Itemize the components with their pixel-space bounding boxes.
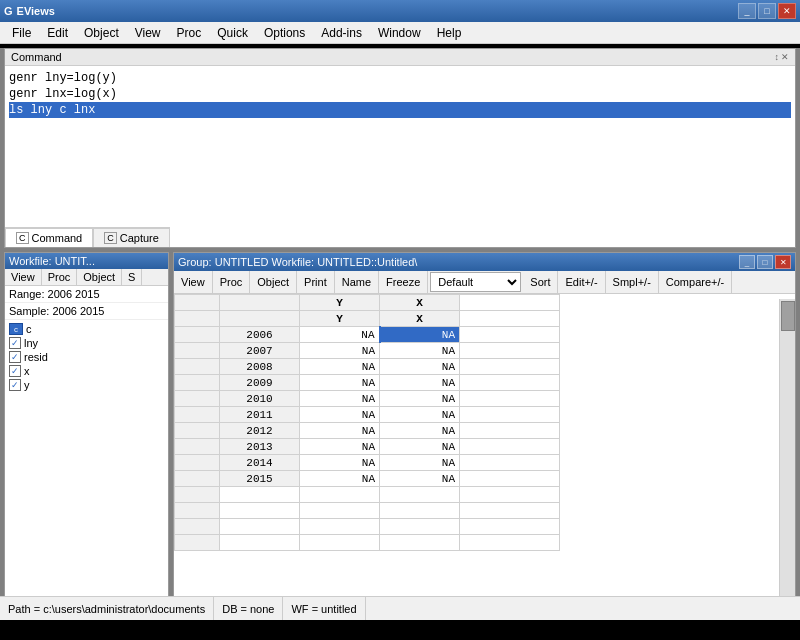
wf-object-btn[interactable]: Object xyxy=(77,269,122,285)
menu-window[interactable]: Window xyxy=(370,24,429,42)
row-x-value[interactable]: NA xyxy=(380,327,460,343)
workfile-range: Range: 2006 2015 xyxy=(5,286,168,303)
command-tab-label: Command xyxy=(32,232,83,244)
close-button[interactable]: ✕ xyxy=(778,3,796,19)
row-y-value[interactable]: NA xyxy=(300,359,380,375)
row-y-value[interactable]: NA xyxy=(300,375,380,391)
wf-item-y[interactable]: ✓ y xyxy=(7,378,166,392)
wf-item-c[interactable]: c c xyxy=(7,322,166,336)
table-row[interactable]: 2013NANA xyxy=(175,439,560,455)
row-x-value[interactable]: NA xyxy=(380,343,460,359)
group-sort-btn[interactable]: Sort xyxy=(523,271,558,293)
group-print-btn[interactable]: Print xyxy=(297,271,335,293)
row-y-value[interactable]: NA xyxy=(300,439,380,455)
group-maximize-btn[interactable]: □ xyxy=(757,255,773,269)
table-row[interactable]: 2008NANA xyxy=(175,359,560,375)
menu-quick[interactable]: Quick xyxy=(209,24,256,42)
row-y-value[interactable]: NA xyxy=(300,407,380,423)
col-header-empty-2 xyxy=(220,295,300,311)
maximize-button[interactable]: □ xyxy=(758,3,776,19)
empty-cell xyxy=(175,487,220,503)
row-y-value[interactable]: NA xyxy=(300,471,380,487)
group-title-bar: Group: UNTITLED Workfile: UNTITLED::Unti… xyxy=(174,253,795,271)
row-x-value[interactable]: NA xyxy=(380,375,460,391)
menu-object[interactable]: Object xyxy=(76,24,127,42)
row-x-value[interactable]: NA xyxy=(380,455,460,471)
group-compare-btn[interactable]: Compare+/- xyxy=(659,271,732,293)
row-year: 2008 xyxy=(220,359,300,375)
row-x-value[interactable]: NA xyxy=(380,439,460,455)
row-empty xyxy=(175,439,220,455)
menu-addins[interactable]: Add-ins xyxy=(313,24,370,42)
row-empty xyxy=(175,471,220,487)
title-bar-controls[interactable]: _ □ ✕ xyxy=(738,3,796,19)
row-year: 2009 xyxy=(220,375,300,391)
tab-capture[interactable]: C Capture xyxy=(93,228,170,247)
app-icon: G xyxy=(4,5,13,17)
table-row[interactable]: 2011NANA xyxy=(175,407,560,423)
scroll-thumb[interactable] xyxy=(781,301,795,331)
row-y-value[interactable]: NA xyxy=(300,423,380,439)
wf-item-resid[interactable]: ✓ resid xyxy=(7,350,166,364)
command-panel-title: Command ↕ ✕ xyxy=(5,49,795,66)
menu-options[interactable]: Options xyxy=(256,24,313,42)
panels-row: Workfile: UNTIT... View Proc Object S Ra… xyxy=(4,252,796,612)
group-proc-btn[interactable]: Proc xyxy=(213,271,251,293)
data-table-container[interactable]: Y X Y X 2006NANA2007NANA2008NANA2009 xyxy=(174,294,795,606)
wf-item-lny-label: lny xyxy=(24,337,38,349)
wf-view-btn[interactable]: View xyxy=(5,269,42,285)
group-smpl-btn[interactable]: Smpl+/- xyxy=(606,271,659,293)
wf-item-x[interactable]: ✓ x xyxy=(7,364,166,378)
command-tabs: C Command C Capture xyxy=(5,227,170,247)
row-x-value[interactable]: NA xyxy=(380,471,460,487)
command-pin-button[interactable]: ↕ xyxy=(775,52,780,62)
group-minimize-btn[interactable]: _ xyxy=(739,255,755,269)
workfile-panel: Workfile: UNTIT... View Proc Object S Ra… xyxy=(4,252,169,612)
workfile-sample: Sample: 2006 2015 xyxy=(5,303,168,320)
menu-file[interactable]: File xyxy=(4,24,39,42)
command-close-button[interactable]: ✕ xyxy=(781,52,789,62)
group-close-btn[interactable]: ✕ xyxy=(775,255,791,269)
menu-proc[interactable]: Proc xyxy=(169,24,210,42)
row-y-value[interactable]: NA xyxy=(300,391,380,407)
menu-view[interactable]: View xyxy=(127,24,169,42)
empty-cell xyxy=(175,519,220,535)
row-x-value[interactable]: NA xyxy=(380,359,460,375)
table-row[interactable]: 2007NANA xyxy=(175,343,560,359)
table-row[interactable]: 2006NANA xyxy=(175,327,560,343)
group-freeze-btn[interactable]: Freeze xyxy=(379,271,428,293)
menu-edit[interactable]: Edit xyxy=(39,24,76,42)
wf-proc-btn[interactable]: Proc xyxy=(42,269,78,285)
group-object-btn[interactable]: Object xyxy=(250,271,297,293)
row-empty xyxy=(175,407,220,423)
minimize-button[interactable]: _ xyxy=(738,3,756,19)
row-x-value[interactable]: NA xyxy=(380,407,460,423)
table-row[interactable]: 2010NANA xyxy=(175,391,560,407)
empty-row xyxy=(175,535,560,551)
row-y-value[interactable]: NA xyxy=(300,455,380,471)
group-style-dropdown[interactable]: Default Spreadsheet Graph xyxy=(430,272,521,292)
group-view-btn[interactable]: View xyxy=(174,271,213,293)
command-content[interactable]: genr lny=log(y) genr lnx=log(x) ls lny c… xyxy=(5,66,795,212)
row-y-value[interactable]: NA xyxy=(300,327,380,343)
row-x-value[interactable]: NA xyxy=(380,423,460,439)
row-year: 2013 xyxy=(220,439,300,455)
table-row[interactable]: 2015NANA xyxy=(175,471,560,487)
empty-cell xyxy=(175,503,220,519)
group-edit-btn[interactable]: Edit+/- xyxy=(558,271,605,293)
wf-item-lny[interactable]: ✓ lny xyxy=(7,336,166,350)
table-row[interactable]: 2012NANA xyxy=(175,423,560,439)
wf-s-btn[interactable]: S xyxy=(122,269,142,285)
command-panel: Command ↕ ✕ genr lny=log(y) genr lnx=log… xyxy=(4,48,796,248)
row-ext xyxy=(460,359,560,375)
workfile-panel-title: Workfile: UNTIT... xyxy=(5,253,168,269)
row-x-value[interactable]: NA xyxy=(380,391,460,407)
table-row[interactable]: 2009NANA xyxy=(175,375,560,391)
vertical-scrollbar[interactable] xyxy=(779,299,795,611)
group-name-btn[interactable]: Name xyxy=(335,271,379,293)
row-y-value[interactable]: NA xyxy=(300,343,380,359)
menu-help[interactable]: Help xyxy=(429,24,470,42)
tab-command[interactable]: C Command xyxy=(5,228,93,247)
empty-cell xyxy=(220,535,300,551)
table-row[interactable]: 2014NANA xyxy=(175,455,560,471)
